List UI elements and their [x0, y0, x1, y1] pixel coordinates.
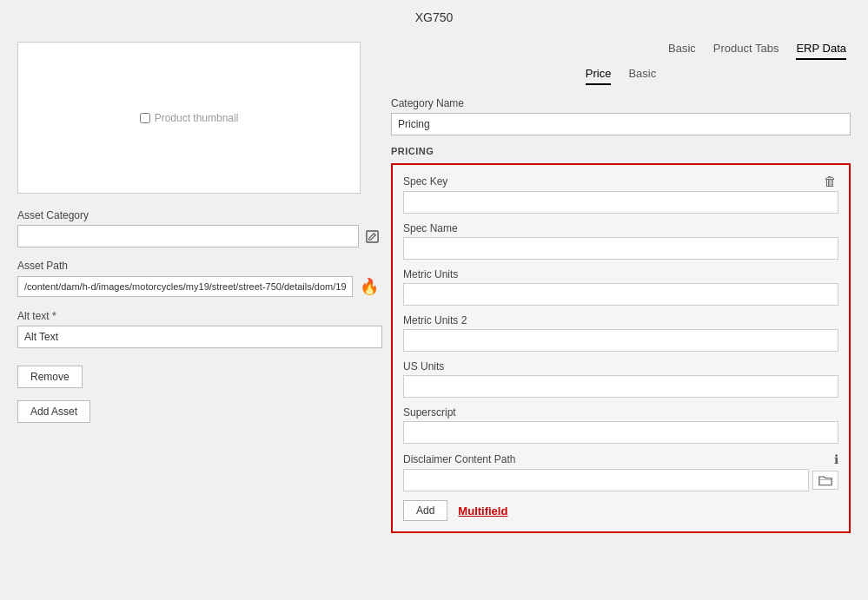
subtab-price[interactable]: Price [586, 67, 612, 85]
category-name-label: Category Name [391, 97, 851, 109]
metric-units-label: Metric Units [403, 268, 458, 280]
disclaimer-label: Disclaimer Content Path [403, 453, 515, 465]
superscript-input[interactable] [403, 421, 838, 444]
thumbnail-checkbox[interactable] [140, 113, 150, 123]
right-panel: Basic Product Tabs ERP Data Price Basic … [382, 42, 851, 533]
multifield-link[interactable]: Multifield [458, 504, 507, 518]
disclaimer-folder-btn[interactable] [812, 471, 838, 490]
thumbnail-text: Product thumbnail [155, 112, 239, 124]
thumbnail-label[interactable]: Product thumbnail [140, 112, 239, 124]
pricing-multifield-box: Spec Key 🗑 Spec Name Metric Units [391, 163, 851, 533]
metric-units-2-label: Metric Units 2 [403, 314, 467, 326]
pricing-section-label: PRICING [391, 146, 851, 156]
category-name-section: Category Name [391, 97, 851, 146]
spec-key-label: Spec Key [403, 175, 447, 188]
svg-rect-0 [367, 230, 378, 241]
spec-key-input[interactable] [403, 191, 838, 214]
asset-path-browse-btn[interactable]: 🔥 [356, 275, 382, 298]
add-button[interactable]: Add [403, 500, 447, 521]
superscript-row: Superscript [403, 406, 838, 444]
alt-text-label: Alt text * [17, 310, 382, 322]
asset-category-input[interactable] [17, 225, 359, 247]
remove-button[interactable]: Remove [17, 366, 83, 388]
asset-path-section: Asset Path 🔥 [17, 260, 382, 298]
alt-text-input[interactable] [17, 326, 382, 348]
spec-name-input[interactable] [403, 237, 838, 260]
metric-units-input[interactable] [403, 283, 838, 306]
us-units-label: US Units [403, 360, 444, 373]
disclaimer-info-icon[interactable]: ℹ [834, 452, 838, 466]
subtab-basic[interactable]: Basic [628, 67, 656, 85]
alt-text-section: Alt text * [17, 310, 382, 348]
tab-erp-data[interactable]: ERP Data [796, 42, 846, 60]
disclaimer-input[interactable] [403, 469, 809, 491]
add-asset-button[interactable]: Add Asset [17, 400, 90, 423]
metric-units-2-row: Metric Units 2 [403, 314, 838, 352]
asset-category-label: Asset Category [17, 209, 382, 221]
spec-name-label: Spec Name [403, 222, 458, 234]
asset-path-label: Asset Path [17, 260, 382, 272]
asset-category-section: Asset Category [17, 209, 382, 247]
disclaimer-row: Disclaimer Content Path ℹ [403, 452, 838, 491]
spec-key-row: Spec Key 🗑 [403, 174, 838, 214]
main-tabs: Basic Product Tabs ERP Data [391, 42, 851, 60]
asset-category-edit-btn[interactable] [362, 228, 382, 245]
spec-name-row: Spec Name [403, 222, 838, 260]
tab-basic[interactable]: Basic [668, 42, 696, 60]
us-units-input[interactable] [403, 375, 838, 398]
category-name-input[interactable] [391, 113, 851, 135]
tab-product-tabs[interactable]: Product Tabs [713, 42, 779, 60]
asset-path-input[interactable] [17, 276, 353, 297]
spec-key-delete-btn[interactable]: 🗑 [822, 174, 838, 188]
us-units-row: US Units [403, 360, 838, 398]
metric-units-2-input[interactable] [403, 329, 838, 352]
superscript-label: Superscript [403, 406, 456, 419]
thumbnail-box: Product thumbnail [17, 42, 361, 194]
left-panel: Product thumbnail Asset Category Asset P… [17, 42, 382, 423]
sub-tabs: Price Basic [391, 67, 851, 85]
metric-units-row: Metric Units [403, 268, 838, 306]
multifield-footer: Add Multifield [403, 500, 838, 521]
page-title: XG750 [0, 0, 868, 33]
